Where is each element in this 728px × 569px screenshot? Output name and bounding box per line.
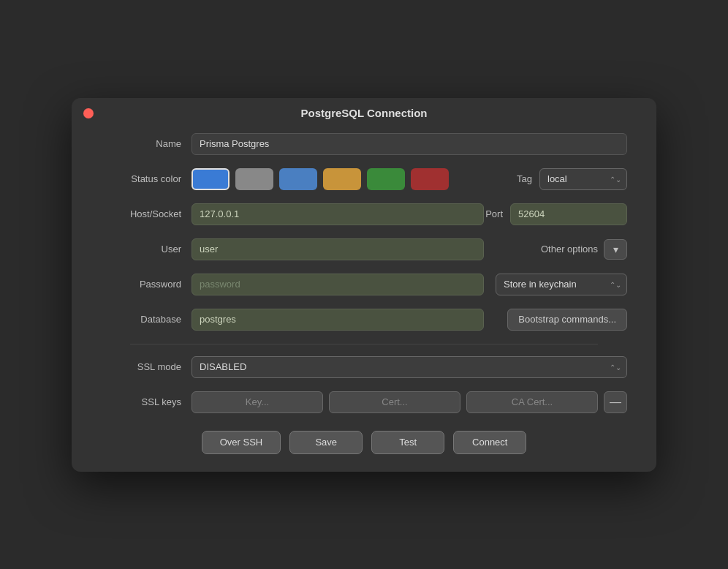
other-options-section: Other options ▾	[541, 239, 627, 260]
color-swatch-red[interactable]	[411, 168, 449, 190]
port-section: Port	[485, 203, 627, 225]
host-input[interactable]	[192, 203, 484, 225]
name-label: Name	[101, 138, 181, 149]
save-button[interactable]: Save	[289, 431, 363, 454]
tag-section: Tag local development staging production	[517, 168, 627, 190]
ssl-minus-button[interactable]: —	[604, 391, 627, 413]
form-area: Name Status color Tag local development	[72, 126, 656, 413]
host-label: Host/Socket	[101, 208, 181, 219]
other-options-label: Other options	[541, 244, 598, 255]
name-row: Name	[101, 133, 627, 155]
key-button[interactable]: Key...	[192, 391, 323, 413]
port-input[interactable]	[510, 203, 627, 225]
ca-cert-button[interactable]: CA Cert...	[466, 391, 598, 413]
over-ssh-button[interactable]: Over SSH	[202, 431, 281, 454]
window-title: PostgreSQL Connection	[300, 107, 427, 119]
ssl-mode-select[interactable]: DISABLED ALLOW PREFER REQUIRE VERIFY-CA …	[192, 356, 627, 378]
cert-button[interactable]: Cert...	[329, 391, 460, 413]
color-swatches	[192, 168, 517, 190]
titlebar: PostgreSQL Connection	[72, 98, 656, 126]
host-row: Host/Socket Port	[101, 203, 627, 225]
name-input[interactable]	[192, 133, 627, 155]
ssl-keys-buttons: Key... Cert... CA Cert... —	[192, 391, 627, 413]
tag-label: Tag	[517, 173, 532, 184]
keychain-select-wrapper: Store in keychain Ask each time Don't st…	[496, 274, 627, 295]
ssl-keys-label: SSL keys	[101, 396, 181, 407]
bootstrap-commands-button[interactable]: Bootstrap commands...	[507, 309, 627, 331]
divider-1	[130, 344, 598, 344]
database-input[interactable]	[192, 309, 484, 331]
password-label: Password	[101, 279, 181, 290]
color-swatch-green[interactable]	[367, 168, 405, 190]
password-input[interactable]	[192, 274, 484, 295]
main-window: PostgreSQL Connection Name Status color …	[72, 98, 656, 472]
ssl-mode-label: SSL mode	[101, 361, 181, 372]
port-label: Port	[485, 208, 503, 219]
user-label: User	[101, 244, 181, 255]
database-label: Database	[101, 314, 181, 325]
close-button[interactable]	[83, 108, 94, 118]
connect-button[interactable]: Connect	[453, 431, 526, 454]
ssl-mode-row: SSL mode DISABLED ALLOW PREFER REQUIRE V…	[101, 356, 627, 378]
user-input[interactable]	[192, 238, 484, 260]
color-swatch-gray[interactable]	[235, 168, 273, 190]
user-row: User Other options ▾	[101, 238, 627, 260]
status-color-label: Status color	[101, 173, 181, 184]
ssl-keys-row: SSL keys Key... Cert... CA Cert... —	[101, 391, 627, 413]
database-row: Database Bootstrap commands...	[101, 309, 627, 331]
action-buttons-row: Over SSH Save Test Connect	[72, 431, 656, 454]
color-swatch-blue-selected[interactable]	[192, 168, 230, 190]
ssl-mode-select-wrapper: DISABLED ALLOW PREFER REQUIRE VERIFY-CA …	[192, 356, 627, 378]
chevron-down-icon: ▾	[613, 244, 618, 255]
tag-select-wrapper: local development staging production	[539, 168, 627, 190]
color-swatch-orange[interactable]	[323, 168, 361, 190]
password-row: Password Store in keychain Ask each time…	[101, 274, 627, 295]
color-swatch-blue2[interactable]	[279, 168, 317, 190]
tag-select[interactable]: local development staging production	[539, 168, 627, 190]
other-options-expand-button[interactable]: ▾	[604, 239, 627, 260]
test-button[interactable]: Test	[371, 431, 444, 454]
keychain-select[interactable]: Store in keychain Ask each time Don't st…	[496, 274, 627, 295]
status-color-row: Status color Tag local development stagi…	[101, 168, 627, 190]
